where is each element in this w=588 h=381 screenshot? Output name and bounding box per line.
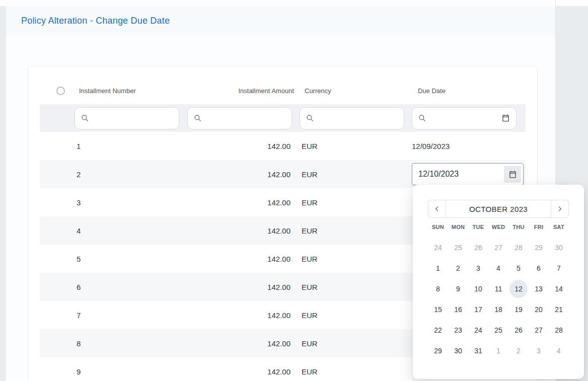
currency-cell: EUR <box>300 142 412 150</box>
calendar-day[interactable]: 16 <box>449 300 467 319</box>
due-date-cell: 12/09/2023 <box>412 142 526 150</box>
installment-number-cell: 8 <box>75 339 187 348</box>
column-header-installment-number: Installment Number <box>75 87 187 95</box>
currency-cell: EUR <box>300 170 412 179</box>
day-of-week-label: TUE <box>468 224 488 230</box>
calendar-day[interactable]: 27 <box>530 321 548 339</box>
calendar-day[interactable]: 29 <box>530 239 548 257</box>
calendar-day[interactable]: 2 <box>449 259 467 277</box>
currency-cell: EUR <box>300 226 412 235</box>
calendar-day[interactable]: 7 <box>550 259 568 277</box>
search-icon <box>81 114 89 122</box>
calendar-day[interactable]: 26 <box>469 239 487 257</box>
calendar-day[interactable]: 18 <box>489 300 507 319</box>
page-header: Policy Alteration - Change Due Date <box>6 6 555 35</box>
installment-number-filter-input[interactable] <box>93 114 173 122</box>
calendar-day[interactable]: 8 <box>429 280 447 298</box>
currency-cell: EUR <box>300 339 412 348</box>
installment-number-cell: 2 <box>75 170 187 179</box>
calendar-day[interactable]: 3 <box>469 259 487 277</box>
installment-amount-filter-input[interactable] <box>205 114 285 122</box>
currency-filter-input[interactable] <box>318 114 398 122</box>
calendar-day[interactable]: 13 <box>530 280 548 298</box>
calendar-toggle-button[interactable] <box>504 166 521 183</box>
calendar-day[interactable]: 19 <box>509 300 528 319</box>
calendar-day[interactable]: 1 <box>429 259 447 277</box>
calendar-day[interactable]: 28 <box>509 239 528 257</box>
calendar-icon <box>508 170 517 179</box>
calendar-nav: OCTOBER 2023 <box>428 200 569 218</box>
installment-amount-cell: 142.00 <box>187 226 300 235</box>
installment-amount-filter <box>187 107 292 129</box>
currency-cell: EUR <box>300 367 412 376</box>
calendar-day[interactable]: 14 <box>550 280 568 298</box>
table-row: 1142.00EUR12/09/2023 <box>40 132 526 160</box>
calendar-day[interactable]: 6 <box>530 259 548 277</box>
installment-amount-cell: 142.00 <box>187 283 300 291</box>
filter-row <box>40 104 526 132</box>
day-of-week-label: THU <box>508 224 529 230</box>
calendar-day[interactable]: 24 <box>469 321 487 339</box>
select-all-checkbox[interactable] <box>56 87 65 95</box>
calendar-day[interactable]: 26 <box>509 321 528 339</box>
currency-cell: EUR <box>300 198 412 207</box>
table-header-row: Installment Number Installment Amount Cu… <box>40 66 526 104</box>
calendar-day[interactable]: 30 <box>550 239 568 257</box>
installment-number-cell: 6 <box>75 283 187 291</box>
calendar-day[interactable]: 17 <box>469 300 487 319</box>
calendar-day[interactable]: 31 <box>469 342 487 360</box>
calendar-day[interactable]: 12 <box>509 280 528 298</box>
installment-number-cell: 5 <box>75 255 187 263</box>
calendar-day[interactable]: 4 <box>489 259 507 277</box>
currency-filter <box>300 107 404 129</box>
installment-amount-cell: 142.00 <box>187 311 300 320</box>
calendar-day[interactable]: 28 <box>550 321 568 339</box>
installment-number-cell: 1 <box>75 142 187 150</box>
calendar-icon[interactable] <box>501 114 510 122</box>
calendar-day[interactable]: 1 <box>489 342 507 360</box>
page-title: Policy Alteration - Change Due Date <box>21 6 170 35</box>
calendar-day[interactable]: 15 <box>429 300 447 319</box>
calendar-day[interactable]: 2 <box>509 342 528 360</box>
prev-month-button[interactable] <box>428 200 446 218</box>
calendar-grid: 2425262728293012345678910111213141516171… <box>428 237 569 361</box>
calendar-day[interactable]: 4 <box>550 342 568 360</box>
installment-number-cell: 3 <box>75 198 187 207</box>
chevron-right-icon <box>556 205 564 213</box>
column-header-due-date: Due Date <box>412 87 526 95</box>
day-of-week-label: SAT <box>549 224 569 230</box>
calendar-day[interactable]: 23 <box>449 321 467 339</box>
calendar-day[interactable]: 10 <box>469 280 487 298</box>
calendar-day[interactable]: 21 <box>550 300 568 319</box>
calendar-popup: OCTOBER 2023 SUNMONTUEWEDTHUFRISAT 24252… <box>413 185 584 379</box>
calendar-day[interactable]: 5 <box>509 259 528 277</box>
day-of-week-label: FRI <box>529 224 549 230</box>
calendar-day[interactable]: 25 <box>449 239 467 257</box>
installment-amount-cell: 142.00 <box>187 339 300 348</box>
calendar-day[interactable]: 24 <box>429 239 447 257</box>
installment-amount-cell: 142.00 <box>187 198 300 207</box>
calendar-day[interactable]: 27 <box>489 239 507 257</box>
installment-amount-cell: 142.00 <box>187 255 300 263</box>
day-of-week-label: SUN <box>428 224 448 230</box>
calendar-month-title[interactable]: OCTOBER 2023 <box>446 200 551 218</box>
calendar-day[interactable]: 9 <box>449 280 467 298</box>
due-date-cell <box>412 163 526 185</box>
installment-number-cell: 9 <box>75 367 187 376</box>
due-date-filter-input[interactable] <box>430 114 498 122</box>
installment-number-cell: 4 <box>75 226 187 235</box>
calendar-day[interactable]: 30 <box>449 342 467 360</box>
calendar-day[interactable]: 25 <box>489 321 507 339</box>
calendar-day[interactable]: 20 <box>530 300 548 319</box>
calendar-day[interactable]: 29 <box>429 342 447 360</box>
calendar-day[interactable]: 3 <box>530 342 548 360</box>
search-icon <box>306 114 314 122</box>
next-month-button[interactable] <box>551 200 569 218</box>
installment-amount-cell: 142.00 <box>187 170 300 179</box>
calendar-day[interactable]: 11 <box>489 280 507 298</box>
calendar-day[interactable]: 22 <box>429 321 447 339</box>
installment-amount-cell: 142.00 <box>187 367 300 376</box>
installment-number-cell: 7 <box>75 311 187 320</box>
column-header-currency: Currency <box>300 87 412 95</box>
due-date-input[interactable] <box>412 170 504 179</box>
